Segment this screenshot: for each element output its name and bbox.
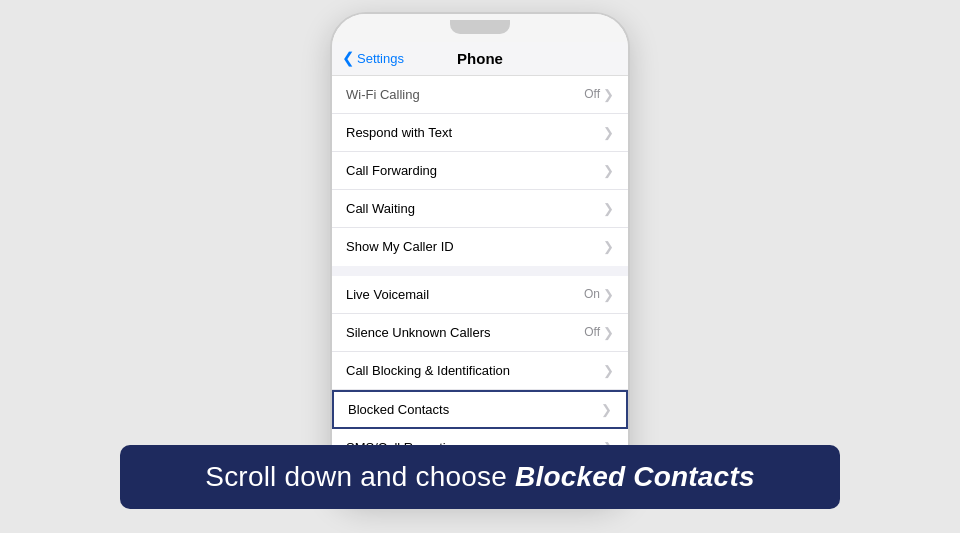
row-wifi-calling[interactable]: Wi-Fi Calling Off ❯: [332, 76, 628, 114]
settings-group-1: Wi-Fi Calling Off ❯ Respond with Text ❯ …: [332, 76, 628, 266]
row-right-wifi: Off ❯: [584, 87, 614, 102]
back-label: Settings: [357, 51, 404, 66]
settings-group-2: Live Voicemail On ❯ Silence Unknown Call…: [332, 276, 628, 467]
phone-top-bar: [332, 14, 628, 42]
row-right-live-voicemail: On ❯: [584, 287, 614, 302]
page-wrapper: ❮ Settings Phone Wi-Fi Calling Off ❯ Res…: [0, 0, 960, 533]
row-label-respond-text: Respond with Text: [346, 125, 603, 140]
settings-content: Wi-Fi Calling Off ❯ Respond with Text ❯ …: [332, 76, 628, 502]
row-right-silence: Off ❯: [584, 325, 614, 340]
row-call-forwarding[interactable]: Call Forwarding ❯: [332, 152, 628, 190]
row-show-caller-id[interactable]: Show My Caller ID ❯: [332, 228, 628, 266]
row-label-call-blocking: Call Blocking & Identification: [346, 363, 603, 378]
chevron-forwarding-icon: ❯: [603, 163, 614, 178]
row-live-voicemail[interactable]: Live Voicemail On ❯: [332, 276, 628, 314]
row-value-silence: Off: [584, 325, 600, 339]
row-label-caller-id: Show My Caller ID: [346, 239, 603, 254]
chevron-waiting-icon: ❯: [603, 201, 614, 216]
row-right-blocked: ❯: [601, 402, 612, 417]
chevron-blocked-icon: ❯: [601, 402, 612, 417]
phone-mockup: ❮ Settings Phone Wi-Fi Calling Off ❯ Res…: [330, 12, 630, 502]
row-call-blocking[interactable]: Call Blocking & Identification ❯: [332, 352, 628, 390]
row-right-forwarding: ❯: [603, 163, 614, 178]
chevron-respond-icon: ❯: [603, 125, 614, 140]
nav-title: Phone: [457, 50, 503, 67]
chevron-wifi-icon: ❯: [603, 87, 614, 102]
row-right-waiting: ❯: [603, 201, 614, 216]
row-right-caller-id: ❯: [603, 239, 614, 254]
caption-text-italic: Blocked Contacts: [515, 461, 755, 492]
caption-banner: Scroll down and choose Blocked Contacts: [120, 445, 840, 509]
chevron-silence-icon: ❯: [603, 325, 614, 340]
row-label-blocked-contacts: Blocked Contacts: [348, 402, 601, 417]
nav-back-button[interactable]: ❮ Settings: [342, 49, 404, 67]
row-label-call-forwarding: Call Forwarding: [346, 163, 603, 178]
row-right-respond: ❯: [603, 125, 614, 140]
row-call-waiting[interactable]: Call Waiting ❯: [332, 190, 628, 228]
caption-text: Scroll down and choose Blocked Contacts: [148, 461, 812, 493]
chevron-live-voicemail-icon: ❯: [603, 287, 614, 302]
caption-text-before: Scroll down and choose: [205, 461, 515, 492]
row-label-live-voicemail: Live Voicemail: [346, 287, 584, 302]
row-blocked-contacts[interactable]: Blocked Contacts ❯: [332, 390, 628, 429]
chevron-caller-id-icon: ❯: [603, 239, 614, 254]
nav-bar: ❮ Settings Phone: [332, 42, 628, 76]
notch: [450, 20, 510, 34]
row-right-blocking: ❯: [603, 363, 614, 378]
back-chevron-icon: ❮: [342, 49, 355, 67]
row-label-call-waiting: Call Waiting: [346, 201, 603, 216]
row-value-wifi: Off: [584, 87, 600, 101]
row-value-live-voicemail: On: [584, 287, 600, 301]
row-respond-text[interactable]: Respond with Text ❯: [332, 114, 628, 152]
row-label-wifi-calling: Wi-Fi Calling: [346, 87, 584, 102]
row-label-silence-unknown: Silence Unknown Callers: [346, 325, 584, 340]
row-silence-unknown[interactable]: Silence Unknown Callers Off ❯: [332, 314, 628, 352]
chevron-blocking-icon: ❯: [603, 363, 614, 378]
